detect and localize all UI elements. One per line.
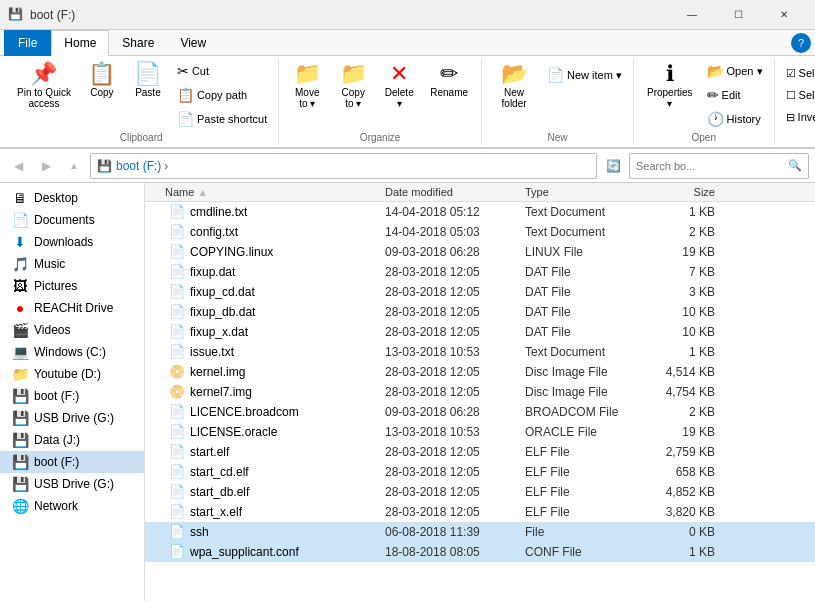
tab-share[interactable]: Share <box>109 30 167 56</box>
breadcrumb[interactable]: 💾 boot (F:) › <box>90 153 597 179</box>
moveto-button[interactable]: 📁 Moveto ▾ <box>285 60 329 112</box>
history-label: History <box>727 113 761 125</box>
file-icon: 📄 <box>169 244 185 259</box>
pictures-icon: 🖼 <box>12 278 28 294</box>
col-header-size[interactable]: Size <box>645 186 725 198</box>
table-row[interactable]: 📄 LICENSE.oracle 13-03-2018 10:53 ORACLE… <box>145 422 815 442</box>
sidebar-item-videos[interactable]: 🎬 Videos <box>0 319 144 341</box>
newitem-button[interactable]: 📄 New item ▾ <box>542 64 627 86</box>
tab-home[interactable]: Home <box>51 30 109 56</box>
invertselection-button[interactable]: ⊟ Invert selection <box>781 108 815 127</box>
file-date: 28-03-2018 12:05 <box>385 385 525 399</box>
pin-button[interactable]: 📌 Pin to Quick access <box>10 60 78 112</box>
help-icon[interactable]: ? <box>791 33 811 53</box>
sidebar-item-downloads[interactable]: ⬇ Downloads <box>0 231 144 253</box>
history-icon: 🕐 <box>707 111 724 127</box>
forward-button[interactable]: ▶ <box>34 154 58 178</box>
table-row[interactable]: 📄 fixup_cd.dat 28-03-2018 12:05 DAT File… <box>145 282 815 302</box>
properties-icon: ℹ <box>666 63 674 85</box>
cut-button[interactable]: ✂ Cut <box>172 60 272 82</box>
file-type: ELF File <box>525 465 645 479</box>
search-icon: 🔍 <box>788 159 802 172</box>
selectall-button[interactable]: ☑ Select all <box>781 64 815 83</box>
table-row[interactable]: 📄 start_db.elf 28-03-2018 12:05 ELF File… <box>145 482 815 502</box>
table-row[interactable]: 📀 kernel.img 28-03-2018 12:05 Disc Image… <box>145 362 815 382</box>
sidebar-item-dataj[interactable]: 💾 Data (J:) <box>0 429 144 451</box>
minimize-button[interactable]: — <box>669 0 715 30</box>
file-type: CONF File <box>525 545 645 559</box>
sidebar-item-youtube[interactable]: 📁 Youtube (D:) <box>0 363 144 385</box>
copy-path-button[interactable]: 📋 Copy path <box>172 84 272 106</box>
title-bar-controls: — ☐ ✕ <box>669 0 807 30</box>
ribbon-group-new: 📂 Newfolder 📄 New item ▾ New <box>482 60 634 145</box>
open-button[interactable]: 📂 Open ▾ <box>702 60 768 82</box>
search-input[interactable] <box>636 160 788 172</box>
sidebar-item-documents[interactable]: 📄 Documents <box>0 209 144 231</box>
sidebar-item-pictures[interactable]: 🖼 Pictures <box>0 275 144 297</box>
file-date: 28-03-2018 12:05 <box>385 325 525 339</box>
videos-icon: 🎬 <box>12 322 28 338</box>
properties-button[interactable]: ℹ Properties▾ <box>640 60 700 112</box>
file-name: issue.txt <box>190 345 234 359</box>
back-button[interactable]: ◀ <box>6 154 30 178</box>
sidebar-item-music[interactable]: 🎵 Music <box>0 253 144 275</box>
col-header-type[interactable]: Type <box>525 186 645 198</box>
edit-button[interactable]: ✏ Edit <box>702 84 768 106</box>
table-row[interactable]: 📄 start.elf 28-03-2018 12:05 ELF File 2,… <box>145 442 815 462</box>
breadcrumb-root[interactable]: boot (F:) <box>116 159 161 173</box>
file-type: File <box>525 525 645 539</box>
new-label: New <box>488 130 627 145</box>
col-header-date[interactable]: Date modified <box>385 186 525 198</box>
delete-label: Delete▾ <box>385 87 414 109</box>
table-row[interactable]: 📄 start_x.elf 28-03-2018 12:05 ELF File … <box>145 502 815 522</box>
sidebar-item-usbg[interactable]: 💾 USB Drive (G:) <box>0 407 144 429</box>
close-button[interactable]: ✕ <box>761 0 807 30</box>
up-button[interactable]: ▲ <box>62 154 86 178</box>
file-date: 28-03-2018 12:05 <box>385 365 525 379</box>
search-bar[interactable]: 🔍 <box>629 153 809 179</box>
newfolder-button[interactable]: 📂 Newfolder <box>488 60 540 112</box>
file-date: 18-08-2018 08:05 <box>385 545 525 559</box>
sidebar-item-bootf[interactable]: 💾 boot (F:) <box>0 385 144 407</box>
paste-shortcut-icon: 📄 <box>177 111 194 127</box>
table-row[interactable]: 📄 wpa_supplicant.conf 18-08-2018 08:05 C… <box>145 542 815 562</box>
copyto-button[interactable]: 📁 Copyto ▾ <box>331 60 375 112</box>
tab-view[interactable]: View <box>167 30 219 56</box>
table-row[interactable]: 📄 start_cd.elf 28-03-2018 12:05 ELF File… <box>145 462 815 482</box>
maximize-button[interactable]: ☐ <box>715 0 761 30</box>
file-name: config.txt <box>190 225 238 239</box>
file-type: DAT File <box>525 285 645 299</box>
file-list[interactable]: Name ▲ Date modified Type Size 📄 cmdline… <box>145 183 815 601</box>
file-icon: 📀 <box>169 364 185 379</box>
sidebar-item-network[interactable]: 🌐 Network <box>0 495 144 517</box>
file-type: BROADCOM File <box>525 405 645 419</box>
copy-button[interactable]: 📋 Copy <box>80 60 124 101</box>
table-row[interactable]: 📄 LICENCE.broadcom 09-03-2018 06:28 BROA… <box>145 402 815 422</box>
network-icon: 🌐 <box>12 498 28 514</box>
table-row[interactable]: 📄 fixup.dat 28-03-2018 12:05 DAT File 7 … <box>145 262 815 282</box>
rename-button[interactable]: ✏ Rename <box>423 60 475 101</box>
paste-shortcut-button[interactable]: 📄 Paste shortcut <box>172 108 272 130</box>
paste-button[interactable]: 📄 Paste <box>126 60 170 101</box>
organize-items: 📁 Moveto ▾ 📁 Copyto ▾ ✕ Delete▾ ✏ Rename <box>285 60 475 130</box>
refresh-button[interactable]: 🔄 <box>601 154 625 178</box>
table-row[interactable]: 📀 kernel7.img 28-03-2018 12:05 Disc Imag… <box>145 382 815 402</box>
table-row[interactable]: 📄 ssh 06-08-2018 11:39 File 0 KB <box>145 522 815 542</box>
delete-button[interactable]: ✕ Delete▾ <box>377 60 421 112</box>
sidebar-item-bootf-active[interactable]: 💾 boot (F:) <box>0 451 144 473</box>
table-row[interactable]: 📄 fixup_x.dat 28-03-2018 12:05 DAT File … <box>145 322 815 342</box>
selectnone-button[interactable]: ☐ Select none <box>781 86 815 105</box>
table-row[interactable]: 📄 COPYING.linux 09-03-2018 06:28 LINUX F… <box>145 242 815 262</box>
table-row[interactable]: 📄 issue.txt 13-03-2018 10:53 Text Docume… <box>145 342 815 362</box>
history-button[interactable]: 🕐 History <box>702 108 768 130</box>
sidebar-item-reachit[interactable]: ● REACHit Drive <box>0 297 144 319</box>
table-row[interactable]: 📄 config.txt 14-04-2018 05:03 Text Docum… <box>145 222 815 242</box>
col-header-name[interactable]: Name ▲ <box>145 186 385 198</box>
sidebar-item-usbg2[interactable]: 💾 USB Drive (G:) <box>0 473 144 495</box>
clipboard-items: 📌 Pin to Quick access 📋 Copy 📄 Paste ✂ C… <box>10 60 272 130</box>
sidebar-item-desktop[interactable]: 🖥 Desktop <box>0 187 144 209</box>
sidebar-item-windowsc[interactable]: 💻 Windows (C:) <box>0 341 144 363</box>
tab-file[interactable]: File <box>4 30 51 56</box>
table-row[interactable]: 📄 fixup_db.dat 28-03-2018 12:05 DAT File… <box>145 302 815 322</box>
table-row[interactable]: 📄 cmdline.txt 14-04-2018 05:12 Text Docu… <box>145 202 815 222</box>
